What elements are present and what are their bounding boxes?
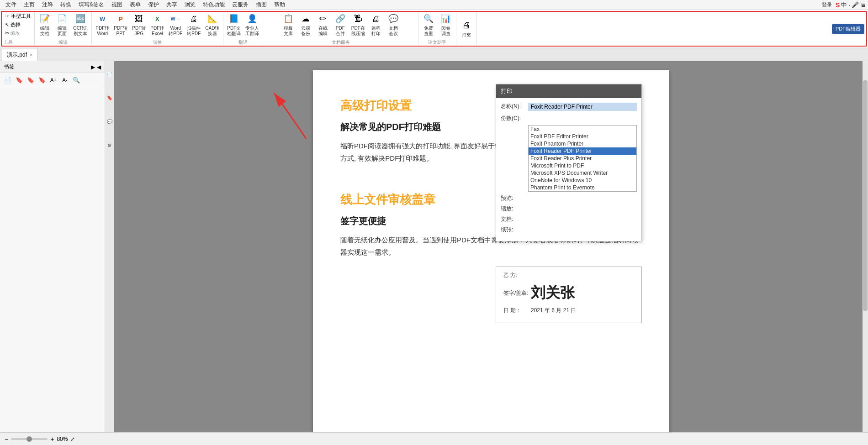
doc-service-section: 📋 模板文库 ☁ 云端备份 ✏ 在线编辑 🔗 PDF合并 🗜 PDF在线压缩 🖨	[263, 12, 418, 45]
select-tool-btn[interactable]: ↖ 选择	[4, 21, 32, 29]
pdf-to-word-btn[interactable]: W PDF转Word	[94, 11, 111, 38]
menu-protect[interactable]: 保护	[144, 0, 163, 10]
pdf-to-jpg-btn[interactable]: 🖼 PDF转JPG	[130, 11, 148, 38]
remote-print-btn[interactable]: 🖨 远程打印	[368, 11, 384, 38]
left-strip-icon-3[interactable]: 💬	[106, 112, 113, 131]
template-icon: 📋	[282, 12, 295, 25]
sign-label: 签字/盖章:	[503, 289, 531, 297]
cloud-backup-btn[interactable]: ☁ 云端备份	[297, 11, 314, 38]
template-btn[interactable]: 📋 模板文库	[280, 11, 296, 38]
print-btn[interactable]: 🖨 打窝	[458, 18, 475, 39]
pro-translate-btn[interactable]: 👤 专业人工翻译	[243, 11, 261, 38]
signature-box: 乙 方: 签字/盖章: 刘关张 日 期： 2021 年 6 月 21 日	[496, 267, 642, 323]
edit-section: 📝 编辑文档 📄 编辑页面 🔤 OCR识别文本 编辑	[35, 12, 92, 45]
pdf-tab[interactable]: 演示.pdf ×	[2, 49, 37, 61]
pdf-translate-icon: 📘	[228, 12, 240, 25]
meeting-icon: 💬	[387, 12, 400, 25]
edit-doc-btn[interactable]: 📝 编辑文档	[37, 11, 53, 38]
menu-form[interactable]: 表单	[126, 0, 144, 10]
printer-ms-pdf[interactable]: Microsoft Print to PDF	[529, 162, 636, 169]
zoom-out-btn[interactable]: −	[5, 435, 8, 443]
menu-convert[interactable]: 转换	[57, 0, 75, 10]
tab-close-btn[interactable]: ×	[30, 52, 32, 58]
menu-special[interactable]: 特色功能	[199, 0, 228, 10]
menu-cloud[interactable]: 云服务	[228, 0, 252, 10]
menu-help[interactable]: 帮助	[270, 0, 289, 10]
zoom-slider[interactable]	[11, 438, 48, 440]
scan-icon: 🖨	[187, 12, 200, 25]
edit-doc-icon: 📝	[38, 12, 51, 25]
sidebar-font-increase[interactable]: A+	[48, 75, 58, 85]
print-copies-row: 份数(C):	[501, 115, 637, 122]
zoom-in-btn[interactable]: +	[50, 435, 54, 443]
left-strip-icon-2[interactable]: 🔖	[106, 89, 113, 107]
sidebar-tool-4[interactable]: 🔖	[37, 75, 47, 85]
pdf-compress-btn[interactable]: 🗜 PDF在线压缩	[349, 11, 367, 38]
menu-share[interactable]: 共享	[163, 0, 181, 10]
printer-onenote[interactable]: OneNote for Windows 10	[529, 177, 636, 184]
cad-to-pdf-btn[interactable]: 📐 CAD转换器	[203, 11, 221, 38]
printer-fax[interactable]: Fax	[529, 126, 636, 133]
read-survey-btn[interactable]: 📊 阅卷调查	[438, 11, 454, 38]
printer-phantom-evernote[interactable]: Phantom Print to Evernote	[529, 184, 636, 191]
edit-crop-btn[interactable]: ✂ 缩放	[4, 29, 32, 37]
date-row: 日 期： 2021 年 6 月 21 日	[503, 307, 634, 314]
left-strip-icon-1[interactable]: 📄	[106, 65, 113, 83]
scrollbar-thumb[interactable]	[863, 80, 868, 311]
tab-bar: 演示.pdf ×	[0, 48, 868, 61]
menu-file[interactable]: 文件	[2, 0, 20, 10]
print-name-highlight[interactable]: Foxit Reader PDF Printer	[528, 103, 637, 111]
menu-annotate[interactable]: 注释	[38, 0, 57, 10]
left-icon-strip: 📄 🔖 💬 ⚙	[105, 61, 114, 445]
pdf-editor-btn[interactable]: PDF编辑器	[832, 24, 864, 34]
print-name-value: Foxit Reader PDF Printer	[528, 103, 637, 112]
check-icon: 🔍	[422, 12, 435, 25]
free-check-btn[interactable]: 🔍 免费查重	[420, 11, 437, 38]
sidebar-tool-2[interactable]: 🔖	[14, 75, 24, 85]
pdf-to-ppt-btn[interactable]: P PDF转PPT	[112, 11, 129, 38]
party-label: 乙 方:	[503, 272, 531, 279]
sidebar-font-decrease[interactable]: A-	[60, 75, 70, 85]
zoom-level-label: 80%	[57, 436, 68, 442]
scan-to-pdf-btn[interactable]: 🖨 扫描件转PDF	[185, 11, 202, 38]
printer-foxit-reader[interactable]: Foxit Reader PDF Printer	[529, 147, 636, 155]
crop-icon: ✂	[5, 30, 9, 36]
tools-section: ☞ 手型工具 ↖ 选择 ✂ 缩放 工具	[2, 12, 35, 45]
print-zoom-label: 缩放:	[501, 205, 528, 213]
pdf-page: 高级打印设置 解决常见的PDF打印难题 福昕PDF阅读器拥有强大的打印功能, 界…	[313, 70, 669, 445]
sidebar-tool-3[interactable]: 🔖	[26, 75, 36, 85]
menu-sign[interactable]: 填写&签名	[75, 0, 108, 10]
print-dialog: 打印 名称(N): Foxit Reader PDF Printer 份数(C)…	[496, 84, 642, 241]
select-icon: ↖	[5, 22, 9, 28]
hand-tool-btn[interactable]: ☞ 手型工具	[4, 12, 32, 21]
left-strip-icon-4[interactable]: ⚙	[106, 136, 113, 154]
word-to-pdf-btn[interactable]: W→ Word转PDF	[167, 11, 184, 38]
doc-meeting-btn[interactable]: 💬 文档会议	[385, 11, 402, 38]
menu-view[interactable]: 视图	[108, 0, 126, 10]
printer-foxit-editor[interactable]: Foxit PDF Editor Printer	[529, 133, 636, 140]
sidebar-search[interactable]: 🔍	[71, 75, 81, 85]
fit-btn[interactable]: ⤢	[70, 436, 75, 442]
ocr-btn[interactable]: 🔤 OCR识别文本	[71, 11, 90, 38]
online-edit-btn[interactable]: ✏ 在线编辑	[315, 11, 331, 38]
print-paper-label: 纸张:	[501, 226, 528, 234]
menu-home[interactable]: 主页	[20, 0, 38, 10]
printer-foxit-reader-plus[interactable]: Foxit Reader Plus Printer	[529, 155, 636, 162]
zoom-thumb[interactable]	[26, 436, 32, 442]
pdf-translate-btn[interactable]: 📘 PDF文档翻译	[225, 11, 243, 38]
sidebar-tool-1[interactable]: 📄	[3, 75, 13, 85]
sidebar-collapse-btn[interactable]: ◀	[97, 64, 101, 70]
printer-foxit-phantom[interactable]: Foxit Phantom Printer	[529, 140, 636, 147]
pdf-to-excel-btn[interactable]: X PDF转Excel	[148, 11, 166, 38]
menu-browse[interactable]: 浏览	[181, 0, 199, 10]
menu-plugin[interactable]: 插图	[252, 0, 270, 10]
edit-page-btn[interactable]: 📄 编辑页面	[54, 11, 70, 38]
pro-translate-icon: 👤	[246, 12, 259, 25]
login-btn[interactable]: 登录	[822, 1, 832, 8]
printer-ms-xps[interactable]: Microsoft XPS Document Writer	[529, 169, 636, 177]
sidebar-expand-btn[interactable]: ▶	[91, 64, 95, 70]
vertical-scrollbar[interactable]	[863, 61, 868, 445]
pdf-merge-btn[interactable]: 🔗 PDF合并	[332, 11, 349, 38]
printer-options: Fax Foxit PDF Editor Printer Foxit Phant…	[529, 126, 636, 191]
status-bar: − + 80% ⤢	[0, 432, 868, 445]
